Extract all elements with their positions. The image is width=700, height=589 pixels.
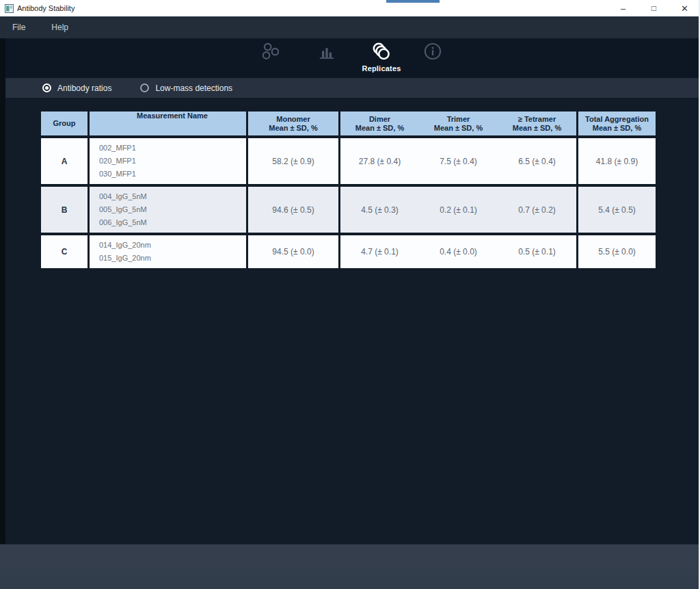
nav-tab-groups[interactable] xyxy=(243,41,298,77)
left-edge-strip xyxy=(0,38,5,544)
app-icon xyxy=(5,4,14,13)
menu-file[interactable]: File xyxy=(7,16,31,38)
header-title: ≥ Tetramer xyxy=(518,115,556,124)
nav-tab-histogram[interactable] xyxy=(299,41,354,77)
monomer-value-cell: 94.5 (± 0.0) xyxy=(248,235,338,268)
replicates-icon xyxy=(371,41,392,63)
header-aggregates: Dimer Mean ± SD, % Trimer Mean ± SD, % ≥… xyxy=(340,112,576,135)
header-total-aggregation: Total Aggregation Mean ± SD, % xyxy=(578,112,656,135)
trimer-value: 7.5 (± 0.4) xyxy=(419,138,498,184)
filter-bar: Antibody ratios Low-mass detections xyxy=(5,78,700,98)
header-trimer: Trimer Mean ± SD, % xyxy=(419,115,498,133)
aggregates-cell: 4.7 (± 0.1) 0.4 (± 0.0) 0.5 (± 0.1) xyxy=(340,235,576,268)
header-title: Total Aggregation xyxy=(585,115,649,124)
header-dimer: Dimer Mean ± SD, % xyxy=(340,115,419,133)
measurement-name: 015_IgG_20nm xyxy=(99,252,241,265)
menu-help[interactable]: Help xyxy=(46,16,74,38)
tetramer-value: 0.5 (± 0.1) xyxy=(498,235,576,268)
measurement-name: 006_IgG_5nM xyxy=(99,216,241,229)
maximize-button[interactable]: □ xyxy=(638,0,669,16)
menu-bar: File Help xyxy=(0,16,700,38)
total-aggregation-value-cell: 5.5 (± 0.0) xyxy=(578,235,656,268)
tetramer-value: 6.5 (± 0.4) xyxy=(498,138,576,184)
radio-low-mass-detections[interactable]: Low-mass detections xyxy=(140,83,232,93)
measurement-names-cell: 014_IgG_20nm015_IgG_20nm xyxy=(90,235,246,268)
nav-tab-replicates[interactable]: Replicates xyxy=(354,41,409,77)
header-sub: Mean ± SD, % xyxy=(355,124,404,133)
trimer-value: 0.2 (± 0.1) xyxy=(419,187,498,233)
total-aggregation-value-cell: 5.4 (± 0.5) xyxy=(578,187,656,233)
header-sub: Mean ± SD, % xyxy=(269,124,317,133)
radio-antibody-ratios[interactable]: Antibody ratios xyxy=(42,83,111,93)
header-title: Monomer xyxy=(276,115,310,124)
title-bar: Antibody Stability – □ ✕ xyxy=(0,0,700,16)
trimer-value: 0.4 (± 0.0) xyxy=(419,235,498,268)
group-cell: B xyxy=(41,187,88,233)
header-sub: Mean ± SD, % xyxy=(434,124,483,133)
tetramer-value: 0.7 (± 0.2) xyxy=(498,187,576,233)
measurement-name: 030_MFP1 xyxy=(99,168,241,181)
info-icon xyxy=(422,41,443,62)
total-aggregation-value-cell: 41.8 (± 0.9) xyxy=(578,138,656,184)
measurement-name: 005_IgG_5nM xyxy=(99,203,241,216)
window-controls: – □ ✕ xyxy=(608,0,700,16)
measurement-name: 004_IgG_5nM xyxy=(99,190,241,203)
top-accent-bar xyxy=(386,0,440,3)
measurement-names-cell: 002_MFP1020_MFP1030_MFP1 xyxy=(90,138,246,184)
radio-icon xyxy=(140,83,149,92)
minimize-button[interactable]: – xyxy=(608,0,638,16)
header-sub: Mean ± SD, % xyxy=(513,124,561,133)
header-measurement-name: Measurement Name xyxy=(90,112,246,135)
header-sub: Mean ± SD, % xyxy=(593,124,641,133)
header-tetramer: ≥ Tetramer Mean ± SD, % xyxy=(498,115,576,133)
monomer-value-cell: 58.2 (± 0.9) xyxy=(248,138,338,184)
cluster-icon xyxy=(260,41,281,62)
header-group: Group xyxy=(41,112,88,135)
dimer-value: 27.8 (± 0.4) xyxy=(340,138,419,184)
footer-bar xyxy=(0,544,700,589)
dimer-value: 4.7 (± 0.1) xyxy=(340,235,419,268)
radio-label: Antibody ratios xyxy=(57,83,111,93)
measurement-name: 020_MFP1 xyxy=(99,155,241,168)
header-title: Dimer xyxy=(369,115,390,124)
nav-tab-label: Replicates xyxy=(362,64,401,73)
replicates-table: Group Measurement Name Monomer Mean ± SD… xyxy=(41,112,656,268)
aggregates-cell: 27.8 (± 0.4) 7.5 (± 0.4) 6.5 (± 0.4) xyxy=(340,138,576,184)
radio-icon xyxy=(42,83,51,92)
nav-tab-info[interactable] xyxy=(405,41,460,77)
radio-label: Low-mass detections xyxy=(155,83,232,93)
close-button[interactable]: ✕ xyxy=(669,0,700,16)
measurement-name: 014_IgG_20nm xyxy=(99,239,241,252)
dimer-value: 4.5 (± 0.3) xyxy=(340,187,419,233)
monomer-value-cell: 94.6 (± 0.5) xyxy=(248,187,338,233)
measurement-name: 002_MFP1 xyxy=(99,142,241,155)
group-cell: C xyxy=(41,235,88,268)
aggregates-cell: 4.5 (± 0.3) 0.2 (± 0.1) 0.7 (± 0.2) xyxy=(340,187,576,233)
header-title: Trimer xyxy=(447,115,470,124)
window-title: Antibody Stability xyxy=(17,0,75,16)
measurement-names-cell: 004_IgG_5nM005_IgG_5nM006_IgG_5nM xyxy=(90,187,246,233)
bar-chart-icon xyxy=(317,41,337,62)
header-monomer: Monomer Mean ± SD, % xyxy=(248,112,338,135)
group-cell: A xyxy=(41,138,88,184)
